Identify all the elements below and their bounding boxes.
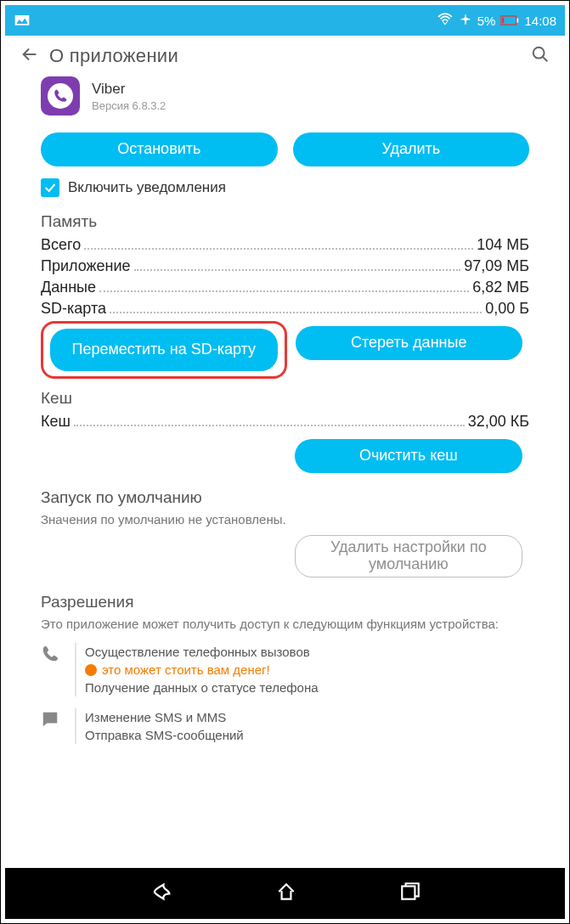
memory-title: Память [41, 212, 529, 231]
permissions-section: Разрешения Это приложение может получить… [34, 593, 536, 744]
notifications-label: Включить уведомления [68, 179, 226, 196]
nav-recent-icon[interactable] [399, 881, 421, 906]
clear-data-button[interactable]: Стереть данные [296, 326, 523, 360]
nav-home-icon[interactable] [275, 881, 297, 906]
wifi-icon [437, 13, 454, 29]
airplane-icon [459, 13, 472, 29]
perm-phone-line2: Получение данных о статусе телефона [85, 679, 319, 696]
cache-title: Кеш [41, 389, 529, 408]
memory-section: Память Всего104 МБ Приложение97,09 МБ Да… [34, 212, 536, 374]
app-header: Viber Версия 6.8.3.2 [34, 76, 536, 117]
perm-phone-line1: Осуществление телефонных вызовов [85, 643, 319, 661]
coin-icon [85, 664, 97, 676]
battery-icon [500, 14, 519, 28]
clear-defaults-button[interactable]: Удалить настройки по умолчанию [295, 535, 522, 578]
uninstall-button[interactable]: Удалить [293, 132, 530, 166]
row-sd: SD-карта0,00 Б [41, 300, 529, 318]
phone-icon [41, 645, 65, 696]
status-bar: 5% 14:08 [5, 5, 565, 36]
svg-rect-2 [502, 17, 505, 23]
svg-point-4 [533, 48, 545, 59]
row-app: Приложение97,09 МБ [41, 257, 529, 275]
permissions-desc: Это приложение может получить доступ к с… [41, 617, 529, 631]
stop-button[interactable]: Остановить [41, 132, 278, 166]
defaults-title: Запуск по умолчанию [41, 488, 529, 507]
perm-phone-warn: это может стоить вам денег! [85, 661, 319, 679]
perm-sms-line2: Отправка SMS-сообщений [85, 726, 244, 744]
sms-icon [41, 710, 65, 744]
app-name: Viber [92, 81, 166, 98]
svg-rect-3 [517, 18, 519, 22]
notifications-checkbox[interactable]: Включить уведомления [34, 178, 536, 197]
row-data: Данные6,82 МБ [41, 279, 529, 296]
cache-section: Кеш Кеш32,00 КБ Очистить кеш [34, 389, 536, 473]
defaults-section: Запуск по умолчанию Значения по умолчани… [34, 488, 536, 578]
viber-icon [41, 76, 80, 116]
search-icon[interactable] [531, 45, 550, 67]
svg-point-0 [25, 15, 27, 18]
nav-back-icon[interactable] [150, 880, 173, 907]
svg-rect-5 [402, 887, 415, 899]
page-title: О приложении [49, 45, 178, 67]
move-to-sd-button[interactable]: Переместить на SD-карту [50, 329, 278, 371]
navigation-bar [5, 868, 565, 919]
perm-phone: Осуществление телефонных вызовов это мож… [41, 643, 529, 696]
permissions-title: Разрешения [41, 593, 529, 611]
row-total: Всего104 МБ [41, 236, 529, 254]
battery-percent: 5% [477, 14, 496, 28]
screenshot-icon [14, 12, 31, 30]
perm-sms-line1: Изменение SMS и MMS [85, 708, 244, 726]
defaults-desc: Значения по умолчанию не установлены. [41, 512, 529, 527]
perm-sms: Изменение SMS и MMS Отправка SMS-сообщен… [41, 708, 529, 744]
clock-text: 14:08 [524, 14, 556, 28]
check-icon [41, 178, 59, 197]
app-bar: О приложении [5, 36, 565, 76]
clear-cache-button[interactable]: Очистить кеш [295, 439, 522, 473]
app-version: Версия 6.8.3.2 [92, 99, 166, 112]
row-cache: Кеш32,00 КБ [41, 413, 529, 431]
back-icon[interactable] [20, 45, 39, 67]
